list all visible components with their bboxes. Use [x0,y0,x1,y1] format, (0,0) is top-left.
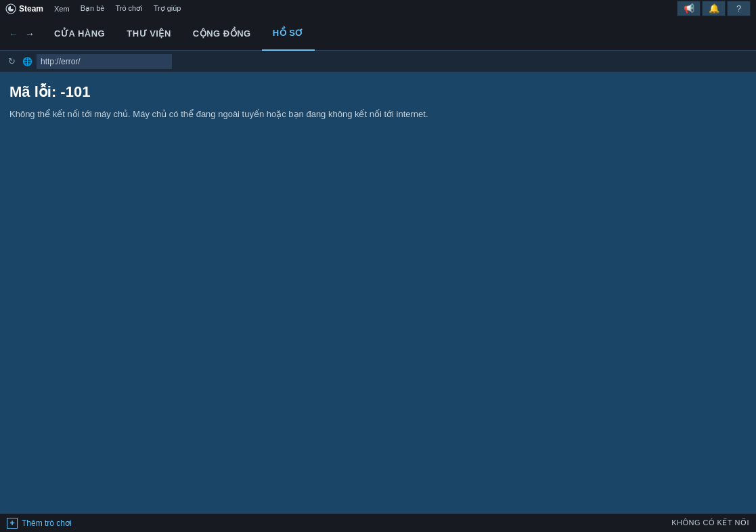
menu-xem[interactable]: Xem [49,0,75,17]
reload-icon: ↻ [8,56,16,66]
back-icon: ← [9,28,18,39]
navbar: ← → CỬA HÀNG THƯ VIỆN CỘNG ĐỒNG HỒ SƠ [0,17,756,51]
menu-tro-giup[interactable]: Trợ giúp [148,0,187,17]
top-menubar: Steam Xem Bạn bè Trò chơi Trợ giúp 📢 🔔 ? [0,0,756,17]
error-title: Mã lỗi: -101 [9,83,747,101]
nav-cong-dong[interactable]: CỘNG ĐỒNG [182,17,262,51]
add-game-label: Thêm trò chơi [22,518,72,528]
steam-label: Steam [19,4,43,14]
globe-icon: 🌐 [22,56,32,67]
steam-icon [5,3,16,14]
reload-button[interactable]: ↻ [5,56,18,68]
statusbar: + Thêm trò chơi KHÔNG CÓ KẾT NỐI [0,513,756,532]
help-button[interactable]: ? [727,1,751,16]
steam-logo[interactable]: Steam [5,3,43,14]
back-button[interactable]: ← [7,27,20,41]
forward-button[interactable]: → [23,27,37,41]
help-icon: ? [736,3,741,14]
nav-links: CỬA HÀNG THƯ VIỆN CỘNG ĐỒNG HỒ SƠ [43,17,749,51]
nav-thu-vien[interactable]: THƯ VIỆN [116,17,182,51]
notification-icon: 🔔 [709,3,719,14]
content-area: Mã lỗi: -101 Không thể kết nối tới máy c… [0,72,756,513]
add-game-button[interactable]: + Thêm trò chơi [7,518,72,529]
menu-tro-choi[interactable]: Trò chơi [110,0,148,17]
addressbar: ↻ 🌐 [0,51,756,72]
menu-ban-be[interactable]: Bạn bè [75,0,110,17]
url-input[interactable] [37,54,172,69]
top-right-icons: 📢 🔔 ? [677,1,751,16]
broadcast-button[interactable]: 📢 [677,1,701,16]
connection-status: KHÔNG CÓ KẾT NỐI [671,518,749,527]
nav-arrows: ← → [7,27,37,41]
nav-ho-so[interactable]: HỒ SƠ [262,17,315,51]
add-icon: + [7,518,18,529]
error-description: Không thể kết nối tới máy chủ. Máy chủ c… [9,108,747,121]
broadcast-icon: 📢 [684,3,694,14]
notification-button[interactable]: 🔔 [702,1,726,16]
nav-cua-hang[interactable]: CỬA HÀNG [43,17,116,51]
forward-icon: → [25,28,35,39]
